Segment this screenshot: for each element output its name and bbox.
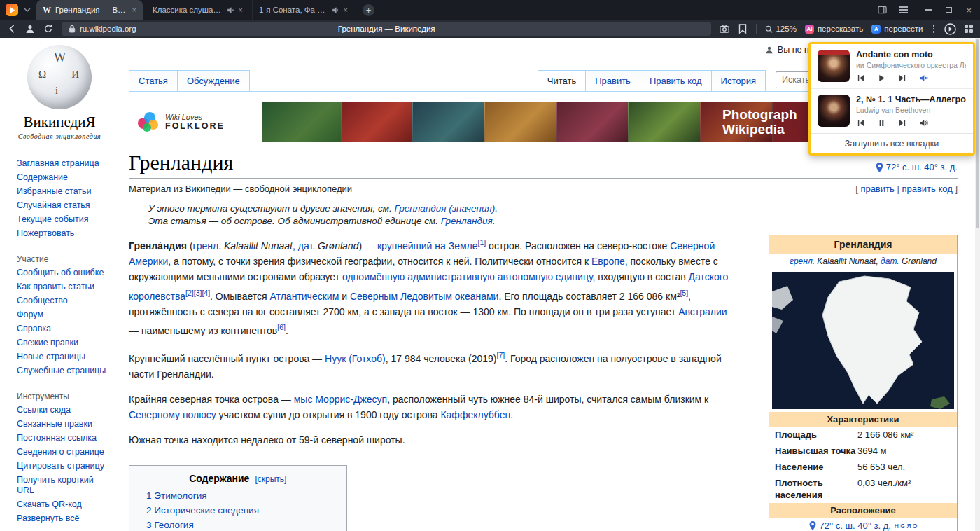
reload-icon[interactable]: [43, 24, 53, 34]
reference-link[interactable]: [6]: [277, 323, 286, 331]
apps-grid-icon[interactable]: [965, 25, 973, 33]
side-panel-icon[interactable]: [878, 6, 887, 14]
speaker-muted-icon[interactable]: [919, 74, 928, 83]
wiki-link[interactable]: крупнейший на Земле: [377, 240, 478, 251]
wikipedia-logo[interactable]: W Ω И і ВикипедиЯ Свободная энциклопедия: [0, 45, 119, 140]
sidebar-link[interactable]: Содержание: [17, 172, 113, 183]
retell-button[interactable]: AIпересказать: [805, 25, 863, 34]
sidebar-link[interactable]: Получить короткий URL: [17, 475, 113, 496]
mute-all-tabs-button[interactable]: Заглушить все вкладки: [811, 133, 973, 153]
window-close-button[interactable]: ×: [966, 6, 972, 15]
previous-track-icon[interactable]: [856, 118, 865, 127]
wiki-link[interactable]: гренл.: [193, 240, 221, 251]
sidebar-link[interactable]: Как править статьи: [17, 282, 113, 292]
page-scrollbar[interactable]: [975, 38, 980, 531]
reference-link[interactable]: [1]: [478, 238, 486, 247]
pause-icon[interactable]: [877, 118, 886, 127]
tab-close-icon[interactable]: ×: [132, 6, 136, 14]
wiki-link[interactable]: дат.: [298, 240, 315, 251]
coordinate-service-links[interactable]: H G Я O: [895, 523, 918, 530]
new-tab-button[interactable]: +: [363, 4, 374, 16]
sidebar-link[interactable]: Новые страницы: [17, 352, 113, 362]
infobox-coordinates[interactable]: 72° с. ш. 40° з. д. H G Я O: [769, 518, 957, 531]
tab-discussion[interactable]: Обсуждение: [178, 70, 250, 91]
scrollbar-thumb[interactable]: [976, 39, 979, 228]
sidebar-link[interactable]: Служебные страницы: [17, 366, 113, 376]
wiki-link[interactable]: Гренландия: [441, 216, 493, 226]
media-play-button[interactable]: [944, 23, 956, 35]
browser-logo-icon[interactable]: [6, 4, 18, 16]
sidebar-link[interactable]: Цитировать страницу: [17, 461, 113, 471]
wiki-link[interactable]: Северным Ледовитым океанами: [350, 291, 499, 302]
toc-item[interactable]: 2 Исторические сведения: [146, 504, 330, 518]
browser-tab-sonata[interactable]: 1-я Соната, Фа Мин... ×: [252, 0, 354, 20]
tab-edit-source[interactable]: Править код: [640, 70, 712, 91]
sidebar-link[interactable]: Избранные статьи: [17, 186, 113, 197]
wiki-link[interactable]: гренл.: [790, 256, 815, 266]
sidebar-link[interactable]: Сведения о странице: [17, 447, 113, 457]
wiki-link[interactable]: одноимённую административную автономную …: [342, 271, 593, 282]
next-track-icon[interactable]: [898, 74, 907, 83]
play-icon[interactable]: [877, 74, 886, 83]
tab-article[interactable]: Статья: [129, 70, 178, 91]
tab-audio-playing-icon[interactable]: [332, 6, 340, 14]
wiki-link[interactable]: мыс Моррис-Джесуп: [294, 394, 387, 405]
translate-button[interactable]: Aперевести: [872, 25, 923, 34]
reference-link[interactable]: [2][3][4]: [186, 289, 210, 297]
wiki-link[interactable]: Северному полюсу: [129, 409, 216, 420]
more-options-icon[interactable]: [932, 25, 937, 33]
infobox-map[interactable]: [769, 269, 957, 412]
window-minimize-button[interactable]: [925, 9, 932, 11]
profile-icon[interactable]: [25, 24, 35, 34]
wiki-link[interactable]: Нуук (Готхоб): [325, 353, 386, 364]
window-maximize-button[interactable]: [946, 7, 952, 13]
wiki-link[interactable]: править: [860, 184, 894, 194]
speaker-icon[interactable]: [919, 118, 928, 127]
sidebar-link[interactable]: Заглавная страница: [17, 158, 113, 169]
menu-icon[interactable]: [899, 6, 908, 13]
geo-coordinates-link[interactable]: 72° с. ш. 40° з. д.: [876, 162, 958, 172]
toc-item[interactable]: 1 Этимология: [146, 489, 330, 504]
bookmark-icon[interactable]: [738, 24, 748, 34]
browser-tab-music-site[interactable]: Классика слушать онлайн ×: [146, 0, 249, 20]
toc-item[interactable]: 3 Геология: [146, 518, 330, 531]
zoom-control[interactable]: 125%: [765, 25, 796, 33]
wiki-link[interactable]: Атлантическим: [270, 291, 340, 302]
sidebar-link[interactable]: Свежие правки: [17, 338, 113, 348]
browser-tab-wikipedia[interactable]: W Гренландия — Вики... ×: [36, 0, 143, 20]
toc-hide-link[interactable]: [скрыть]: [255, 474, 286, 484]
wikipedia-wordmark: ВикипедиЯ: [0, 113, 119, 131]
sidebar-link[interactable]: Ссылки сюда: [17, 405, 113, 415]
tab-list-chevron-icon[interactable]: [21, 8, 34, 12]
sidebar-link[interactable]: Справка: [17, 324, 113, 334]
wiki-link[interactable]: Каффеклуббен: [440, 409, 510, 420]
tab-edit[interactable]: Править: [586, 70, 640, 91]
sidebar-link[interactable]: Сообщество: [17, 296, 113, 306]
sidebar-link[interactable]: Связанные правки: [17, 419, 113, 429]
sidebar-link[interactable]: Случайная статья: [17, 200, 113, 211]
sidebar-link[interactable]: Постоянная ссылка: [17, 433, 113, 443]
reference-link[interactable]: [5]: [680, 289, 688, 297]
address-bar[interactable]: ru.wikipedia.org Гренландия — Википедия: [62, 22, 711, 36]
tab-audio-muted-icon[interactable]: [227, 6, 234, 14]
wiki-link[interactable]: дат.: [881, 256, 899, 266]
screenshot-icon[interactable]: [720, 24, 729, 34]
sidebar-link[interactable]: Развернуть всё: [17, 513, 113, 524]
tab-close-icon[interactable]: ×: [239, 6, 243, 14]
wiki-link[interactable]: Гренландия (значения): [395, 203, 496, 214]
wiki-link[interactable]: править код: [902, 184, 952, 194]
sidebar-link[interactable]: Скачать QR-код: [17, 499, 113, 510]
next-track-icon[interactable]: [898, 118, 907, 127]
wiki-link[interactable]: Австралии: [678, 306, 727, 317]
sidebar-link[interactable]: Форум: [17, 310, 113, 320]
tab-history[interactable]: История: [712, 70, 766, 91]
sidebar-link[interactable]: Пожертвовать: [17, 228, 113, 239]
tab-close-icon[interactable]: ×: [344, 6, 348, 14]
previous-track-icon[interactable]: [856, 74, 865, 83]
reference-link[interactable]: [7]: [497, 351, 505, 359]
sidebar-link[interactable]: Текущие события: [17, 214, 113, 225]
back-button[interactable]: [7, 24, 17, 34]
tab-read[interactable]: Читать: [538, 70, 586, 91]
wiki-link[interactable]: Европе: [592, 256, 625, 267]
sidebar-link[interactable]: Сообщить об ошибке: [17, 268, 113, 278]
